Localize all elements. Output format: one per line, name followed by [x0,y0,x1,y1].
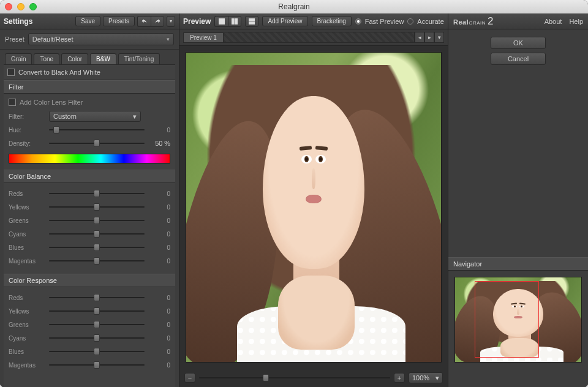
brand-name-2: grain [469,18,486,26]
hue-spectrum-bar[interactable] [9,154,170,163]
color-response-slider-blues[interactable] [49,347,145,356]
preview-image [186,53,441,362]
checkbox-icon [7,69,15,76]
zoom-out-button[interactable]: − [184,373,195,383]
color-balance-slider-magentas[interactable] [49,257,145,265]
filter-type-dropdown[interactable]: Custom ▾ [49,111,141,122]
about-button[interactable]: About [545,18,562,25]
tab-menu-button[interactable]: ▾ [434,32,444,43]
color-response-label: Yellows [9,308,44,315]
settings-panel: Preset Default/Reset ▾ Grain Tone Color … [0,29,179,387]
brand-toolbar: Realgrain2 About Help [448,13,588,29]
color-response-slider-greens[interactable] [49,320,145,329]
color-response-slider-yellows[interactable] [49,307,145,315]
color-balance-slider-blues[interactable] [49,243,145,252]
body: Preset Default/Reset ▾ Grain Tone Color … [0,29,588,387]
redo-button[interactable] [151,16,164,27]
convert-bw-label: Convert to Black And White [18,69,100,76]
filter-type-label: Filter: [9,113,44,120]
color-balance-value: 0 [149,244,170,251]
color-response-slider-cyans[interactable] [49,334,145,342]
preview-tab-1[interactable]: Preview 1 [183,32,224,43]
density-slider[interactable] [49,139,145,148]
checkbox-icon [9,99,16,106]
help-button[interactable]: Help [569,18,583,25]
fast-preview-radio[interactable]: Fast Preview [355,18,404,25]
color-response-label: Reds [9,295,44,301]
undo-button[interactable] [137,16,151,27]
history-dropdown[interactable]: ▾ [167,16,175,27]
tab-bw[interactable]: B&W [90,53,116,64]
color-response-row-blues: Blues0 [9,345,170,358]
save-button[interactable]: Save [75,16,100,26]
preview-canvas[interactable] [186,52,442,363]
ok-button[interactable]: OK [491,37,546,49]
preview-tabstrip: Preview 1 ◂ ▸ ▾ [179,29,448,46]
preset-row: Preset Default/Reset ▾ [0,29,179,50]
accurate-radio[interactable]: Accurate [407,18,443,25]
hue-slider[interactable] [49,126,145,134]
color-balance-row-yellows: Yellows0 [9,200,170,214]
zoom-value: 100% [412,374,429,381]
next-tab-button[interactable]: ▸ [424,32,434,43]
color-response-row-reds: Reds0 [9,291,170,304]
view-single-button[interactable] [214,16,228,27]
tab-color[interactable]: Color [61,53,88,64]
color-balance-label: Yellows [9,204,44,211]
view-split-h-button[interactable] [228,16,241,27]
titlebar: Realgrain [0,0,588,13]
color-balance-slider-greens[interactable] [49,216,145,225]
toolbar: Settings Save Presets ▾ Preview Add Prev… [0,13,588,29]
undo-redo-group [137,16,164,27]
color-response-row-yellows: Yellows0 [9,304,170,318]
add-lens-filter-row[interactable]: Add Color Lens Filter [9,97,170,110]
cancel-button[interactable]: Cancel [491,53,546,65]
navigator-header: Navigator [448,257,588,271]
bracketing-button[interactable]: Bracketing [312,16,352,26]
color-response-label: Magentas [9,362,44,369]
canvas-wrap [179,46,448,369]
color-response-slider-magentas[interactable] [49,361,145,369]
color-balance-label: Cyans [9,231,44,238]
hue-row: Hue: 0 [9,123,170,137]
color-balance-slider-cyans[interactable] [49,230,145,238]
color-balance-value: 0 [149,231,170,238]
zoom-bar: − + 100% ▾ [179,369,448,387]
tab-grain[interactable]: Grain [5,53,32,64]
brand-name-1: Real [453,18,469,26]
color-balance-row-reds: Reds0 [9,187,170,200]
filter-group-header: Filter [4,80,175,94]
color-response-label: Greens [9,321,44,328]
color-response-value: 0 [149,321,170,328]
color-balance-slider-yellows[interactable] [49,203,145,211]
color-balance-slider-reds[interactable] [49,189,145,198]
color-response-label: Cyans [9,335,44,342]
window-title: Realgrain [0,2,588,11]
chevron-down-icon: ▾ [167,36,170,42]
right-panel: OK Cancel Navigator [448,29,588,387]
color-response-slider-reds[interactable] [49,293,145,302]
chevron-down-icon: ▾ [435,374,439,382]
color-balance-label: Magentas [9,258,44,265]
settings-tabs: Grain Tone Color B&W Tint/Toning [0,50,179,64]
add-preview-button[interactable]: Add Preview [262,16,307,26]
zoom-dropdown[interactable]: 100% ▾ [409,372,443,383]
app-chrome: Settings Save Presets ▾ Preview Add Prev… [0,13,588,387]
convert-bw-row[interactable]: Convert to Black And White [4,65,175,80]
chevron-down-icon: ▾ [133,113,137,121]
zoom-slider[interactable] [199,374,390,382]
zoom-in-button[interactable]: + [394,373,405,383]
filter-type-row: Filter: Custom ▾ [9,110,170,123]
navigator-thumbnail[interactable] [454,277,582,363]
tab-tint[interactable]: Tint/Toning [118,53,160,64]
tab-tone[interactable]: Tone [34,53,59,64]
color-response-value: 0 [149,348,170,355]
prev-tab-button[interactable]: ◂ [415,32,424,43]
navigator-viewport-rect[interactable] [475,281,539,358]
color-balance-value: 0 [149,217,170,224]
presets-button[interactable]: Presets [103,16,135,26]
view-split-v-button[interactable] [245,16,258,27]
color-response-row-greens: Greens0 [9,318,170,331]
preset-dropdown[interactable]: Default/Reset ▾ [28,33,174,45]
color-balance-value: 0 [149,190,170,197]
